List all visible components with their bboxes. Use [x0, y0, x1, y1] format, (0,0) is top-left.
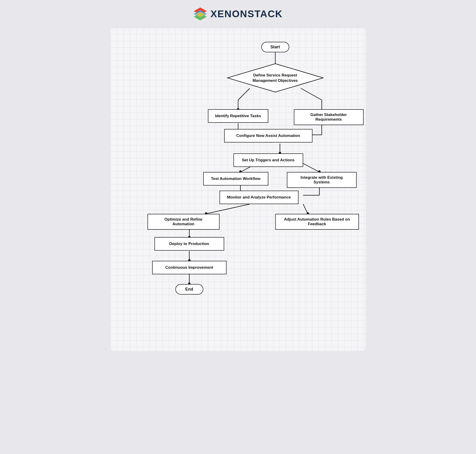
- optimize-node: Optimize and Refine Automation: [148, 214, 220, 230]
- svg-line-29: [303, 204, 308, 214]
- identify-node: Identify Repetitive Tasks: [208, 109, 268, 123]
- continuous-node: Continuous Improvement: [152, 261, 226, 274]
- gather-node: Gather Stakeholder Requirements: [294, 109, 364, 125]
- svg-line-27: [206, 204, 250, 214]
- flowchart: Start Define Service Request Management …: [117, 37, 359, 339]
- start-node: Start: [261, 42, 289, 52]
- svg-line-20: [301, 162, 320, 172]
- diagram-container: Start Define Service Request Management …: [110, 28, 366, 351]
- integrate-node: Integrate with Existing Systems: [287, 172, 357, 188]
- define-text: Define Service Request Management Object…: [253, 73, 298, 83]
- monitor-node: Monitor and Analyze Performance: [220, 191, 298, 204]
- define-node: Define Service Request Management Object…: [226, 63, 324, 93]
- xenonstack-logo-icon: [193, 7, 207, 21]
- header: XENONSTACK: [193, 7, 283, 21]
- configure-node: Configure Now Assist Automation: [224, 129, 312, 143]
- end-node: End: [175, 284, 203, 295]
- setup-node: Set Up Triggers and Actions: [233, 153, 303, 167]
- adjust-node: Adjust Automation Rules Based on Feedbac…: [275, 214, 359, 230]
- brand-name: XENONSTACK: [210, 8, 283, 20]
- test-node: Test Automation Workflow: [203, 172, 268, 186]
- deploy-node: Deploy to Production: [155, 237, 224, 250]
